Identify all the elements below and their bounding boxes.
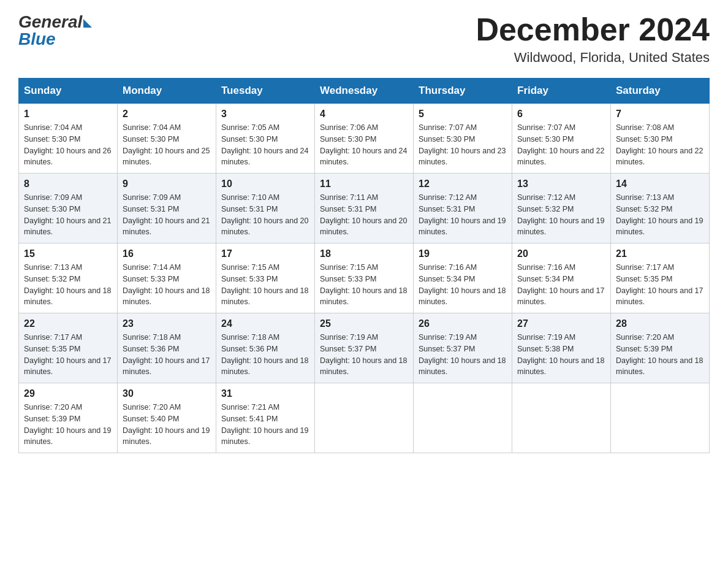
calendar-day-cell: 30Sunrise: 7:20 AMSunset: 5:40 PMDayligh… xyxy=(118,383,216,453)
day-of-week-header: Wednesday xyxy=(315,79,414,104)
calendar-week-row: 22Sunrise: 7:17 AMSunset: 5:35 PMDayligh… xyxy=(19,313,710,383)
calendar-day-cell: 9Sunrise: 7:09 AMSunset: 5:31 PMDaylight… xyxy=(118,174,216,243)
day-number: 23 xyxy=(123,318,211,329)
day-number: 21 xyxy=(616,248,704,259)
day-info: Sunrise: 7:16 AMSunset: 5:34 PMDaylight:… xyxy=(419,262,507,308)
day-number: 6 xyxy=(517,109,605,120)
location-text: Wildwood, Florida, United States xyxy=(476,50,710,66)
calendar-day-cell: 2Sunrise: 7:04 AMSunset: 5:30 PMDaylight… xyxy=(118,104,216,174)
calendar-day-cell: 26Sunrise: 7:19 AMSunset: 5:37 PMDayligh… xyxy=(414,313,512,383)
calendar-week-row: 8Sunrise: 7:09 AMSunset: 5:30 PMDaylight… xyxy=(19,174,710,243)
day-number: 15 xyxy=(24,248,112,259)
calendar-week-row: 29Sunrise: 7:20 AMSunset: 5:39 PMDayligh… xyxy=(19,383,710,453)
day-info: Sunrise: 7:20 AMSunset: 5:39 PMDaylight:… xyxy=(24,402,112,448)
calendar-day-cell: 24Sunrise: 7:18 AMSunset: 5:36 PMDayligh… xyxy=(216,313,315,383)
calendar-day-cell: 7Sunrise: 7:08 AMSunset: 5:30 PMDaylight… xyxy=(611,104,710,174)
day-info: Sunrise: 7:12 AMSunset: 5:31 PMDaylight:… xyxy=(419,192,507,238)
day-info: Sunrise: 7:20 AMSunset: 5:39 PMDaylight:… xyxy=(616,332,704,378)
day-info: Sunrise: 7:19 AMSunset: 5:38 PMDaylight:… xyxy=(517,332,605,378)
day-number: 1 xyxy=(24,109,112,120)
day-number: 3 xyxy=(221,109,309,120)
calendar-day-cell: 28Sunrise: 7:20 AMSunset: 5:39 PMDayligh… xyxy=(611,313,710,383)
day-info: Sunrise: 7:11 AMSunset: 5:31 PMDaylight:… xyxy=(320,192,408,238)
day-info: Sunrise: 7:07 AMSunset: 5:30 PMDaylight:… xyxy=(419,122,507,168)
calendar-day-cell xyxy=(512,383,611,453)
day-number: 12 xyxy=(419,178,507,190)
calendar-day-cell: 6Sunrise: 7:07 AMSunset: 5:30 PMDaylight… xyxy=(512,104,611,174)
day-number: 31 xyxy=(221,388,309,399)
calendar-day-cell: 21Sunrise: 7:17 AMSunset: 5:35 PMDayligh… xyxy=(611,243,710,313)
day-info: Sunrise: 7:10 AMSunset: 5:31 PMDaylight:… xyxy=(221,192,309,238)
day-number: 14 xyxy=(616,178,704,190)
day-info: Sunrise: 7:17 AMSunset: 5:35 PMDaylight:… xyxy=(24,332,112,378)
calendar-day-cell: 18Sunrise: 7:15 AMSunset: 5:33 PMDayligh… xyxy=(315,243,414,313)
day-of-week-header: Saturday xyxy=(611,79,710,104)
calendar-day-cell: 25Sunrise: 7:19 AMSunset: 5:37 PMDayligh… xyxy=(315,313,414,383)
day-info: Sunrise: 7:16 AMSunset: 5:34 PMDaylight:… xyxy=(517,262,605,308)
day-info: Sunrise: 7:14 AMSunset: 5:33 PMDaylight:… xyxy=(123,262,211,308)
day-number: 29 xyxy=(24,388,112,399)
calendar-day-cell: 1Sunrise: 7:04 AMSunset: 5:30 PMDaylight… xyxy=(19,104,118,174)
day-info: Sunrise: 7:21 AMSunset: 5:41 PMDaylight:… xyxy=(221,402,309,448)
calendar-day-cell: 13Sunrise: 7:12 AMSunset: 5:32 PMDayligh… xyxy=(512,174,611,243)
day-info: Sunrise: 7:18 AMSunset: 5:36 PMDaylight:… xyxy=(221,332,309,378)
day-number: 10 xyxy=(221,178,309,190)
calendar-day-cell: 20Sunrise: 7:16 AMSunset: 5:34 PMDayligh… xyxy=(512,243,611,313)
calendar-day-cell: 23Sunrise: 7:18 AMSunset: 5:36 PMDayligh… xyxy=(118,313,216,383)
day-number: 20 xyxy=(517,248,605,259)
day-of-week-header: Friday xyxy=(512,79,611,104)
day-number: 13 xyxy=(517,178,605,190)
day-info: Sunrise: 7:15 AMSunset: 5:33 PMDaylight:… xyxy=(320,262,408,308)
calendar-day-cell: 12Sunrise: 7:12 AMSunset: 5:31 PMDayligh… xyxy=(414,174,512,243)
calendar-day-cell: 19Sunrise: 7:16 AMSunset: 5:34 PMDayligh… xyxy=(414,243,512,313)
day-info: Sunrise: 7:19 AMSunset: 5:37 PMDaylight:… xyxy=(320,332,408,378)
day-number: 22 xyxy=(24,318,112,329)
day-number: 16 xyxy=(123,248,211,259)
day-number: 4 xyxy=(320,109,408,120)
day-number: 26 xyxy=(419,318,507,329)
page-header: General Blue December 2024 Wildwood, Flo… xyxy=(18,12,710,66)
day-of-week-header: Sunday xyxy=(19,79,118,104)
day-info: Sunrise: 7:07 AMSunset: 5:30 PMDaylight:… xyxy=(517,122,605,168)
day-info: Sunrise: 7:18 AMSunset: 5:36 PMDaylight:… xyxy=(123,332,211,378)
calendar-day-cell: 31Sunrise: 7:21 AMSunset: 5:41 PMDayligh… xyxy=(216,383,315,453)
day-of-week-header: Monday xyxy=(118,79,216,104)
calendar-day-cell xyxy=(315,383,414,453)
logo-blue-text: Blue xyxy=(18,29,56,49)
day-number: 27 xyxy=(517,318,605,329)
day-info: Sunrise: 7:19 AMSunset: 5:37 PMDaylight:… xyxy=(419,332,507,378)
day-of-week-header: Tuesday xyxy=(216,79,315,104)
calendar-day-cell: 22Sunrise: 7:17 AMSunset: 5:35 PMDayligh… xyxy=(19,313,118,383)
day-number: 2 xyxy=(123,109,211,120)
day-info: Sunrise: 7:13 AMSunset: 5:32 PMDaylight:… xyxy=(24,262,112,308)
calendar-day-cell: 29Sunrise: 7:20 AMSunset: 5:39 PMDayligh… xyxy=(19,383,118,453)
calendar-day-cell: 11Sunrise: 7:11 AMSunset: 5:31 PMDayligh… xyxy=(315,174,414,243)
day-number: 19 xyxy=(419,248,507,259)
day-number: 8 xyxy=(24,178,112,190)
day-info: Sunrise: 7:06 AMSunset: 5:30 PMDaylight:… xyxy=(320,122,408,168)
day-info: Sunrise: 7:05 AMSunset: 5:30 PMDaylight:… xyxy=(221,122,309,168)
title-section: December 2024 Wildwood, Florida, United … xyxy=(476,12,710,66)
calendar-day-cell: 8Sunrise: 7:09 AMSunset: 5:30 PMDaylight… xyxy=(19,174,118,243)
calendar-day-cell: 4Sunrise: 7:06 AMSunset: 5:30 PMDaylight… xyxy=(315,104,414,174)
day-info: Sunrise: 7:04 AMSunset: 5:30 PMDaylight:… xyxy=(24,122,112,168)
calendar-day-cell: 27Sunrise: 7:19 AMSunset: 5:38 PMDayligh… xyxy=(512,313,611,383)
calendar-body: 1Sunrise: 7:04 AMSunset: 5:30 PMDaylight… xyxy=(19,104,710,453)
day-info: Sunrise: 7:20 AMSunset: 5:40 PMDaylight:… xyxy=(123,402,211,448)
day-number: 5 xyxy=(419,109,507,120)
calendar-week-row: 1Sunrise: 7:04 AMSunset: 5:30 PMDaylight… xyxy=(19,104,710,174)
day-of-week-header: Thursday xyxy=(414,79,512,104)
calendar-day-cell: 10Sunrise: 7:10 AMSunset: 5:31 PMDayligh… xyxy=(216,174,315,243)
day-number: 11 xyxy=(320,178,408,190)
calendar-day-cell: 3Sunrise: 7:05 AMSunset: 5:30 PMDaylight… xyxy=(216,104,315,174)
day-info: Sunrise: 7:09 AMSunset: 5:31 PMDaylight:… xyxy=(123,192,211,238)
day-info: Sunrise: 7:08 AMSunset: 5:30 PMDaylight:… xyxy=(616,122,704,168)
calendar-week-row: 15Sunrise: 7:13 AMSunset: 5:32 PMDayligh… xyxy=(19,243,710,313)
calendar-day-cell: 14Sunrise: 7:13 AMSunset: 5:32 PMDayligh… xyxy=(611,174,710,243)
calendar-day-cell: 5Sunrise: 7:07 AMSunset: 5:30 PMDaylight… xyxy=(414,104,512,174)
logo-arrow-icon xyxy=(83,19,92,28)
day-info: Sunrise: 7:15 AMSunset: 5:33 PMDaylight:… xyxy=(221,262,309,308)
day-number: 9 xyxy=(123,178,211,190)
month-title: December 2024 xyxy=(476,12,710,47)
day-info: Sunrise: 7:13 AMSunset: 5:32 PMDaylight:… xyxy=(616,192,704,238)
